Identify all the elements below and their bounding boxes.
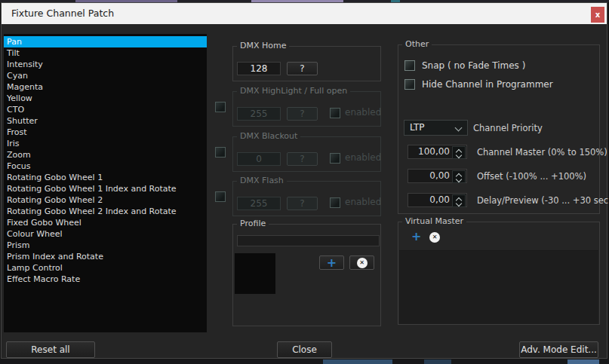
channel-list-item[interactable]: Focus bbox=[4, 161, 207, 172]
channel-list-item[interactable]: Lamp Control bbox=[4, 262, 207, 274]
dmx-highlight-group: DMX HighLight / Full open ? enabled bbox=[232, 91, 381, 127]
virtual-master-remove-button[interactable]: ✕ bbox=[429, 232, 440, 243]
dmx-home-help-button[interactable]: ? bbox=[287, 62, 318, 75]
other-group: Other Snap ( no Fade Times ) Hide Channe… bbox=[398, 44, 600, 214]
hide-channel-label: Hide Channel in Programmer bbox=[422, 79, 553, 90]
snap-label: Snap ( no Fade Times ) bbox=[422, 60, 525, 72]
dmx-blackout-enabled-checkbox[interactable] bbox=[330, 153, 340, 164]
channel-list-item[interactable]: Shutter bbox=[4, 115, 207, 127]
channel-list-item[interactable]: Pan bbox=[4, 36, 207, 47]
channel-master-label: Channel Master (0% to 150%) bbox=[477, 147, 607, 158]
dmx-highlight-value-input[interactable] bbox=[237, 107, 281, 121]
dmx-flash-group: DMX Flash ? enabled bbox=[232, 181, 381, 216]
dmx-home-value-input[interactable] bbox=[237, 62, 281, 75]
profile-group-title: Profile bbox=[237, 219, 269, 229]
channel-priority-value: LTP bbox=[410, 121, 425, 135]
delay-preview-value: 0,00 bbox=[429, 194, 450, 206]
fixture-channel-patch-dialog: Fixture Channel Patch x PanTiltIntensity… bbox=[1, 2, 607, 359]
profile-remove-button[interactable]: ✕ bbox=[349, 255, 374, 270]
dialog-titlebar[interactable]: Fixture Channel Patch x bbox=[2, 3, 607, 24]
dmx-blackout-group: DMX Blackout ? enabled bbox=[232, 136, 381, 172]
channel-list-item[interactable]: Effect Macro Rate bbox=[4, 274, 207, 285]
channel-priority-select[interactable]: LTP bbox=[404, 120, 468, 136]
background-window-fragment bbox=[323, 359, 392, 364]
dmx-blackout-use-checkbox[interactable] bbox=[215, 147, 226, 158]
background-window-fragment bbox=[567, 359, 599, 364]
background-window-fragment bbox=[424, 359, 451, 364]
channel-list-item[interactable]: Rotating Gobo Wheel 1 Index and Rotate bbox=[4, 183, 207, 194]
dmx-blackout-help-button[interactable]: ? bbox=[287, 152, 318, 166]
channel-list-item[interactable]: Intensity bbox=[4, 59, 207, 70]
other-group-title: Other bbox=[402, 39, 432, 50]
dmx-flash-help-button[interactable]: ? bbox=[287, 197, 318, 210]
virtual-master-group-title: Virtual Master bbox=[402, 216, 466, 227]
channel-list-item[interactable]: Cyan bbox=[4, 70, 207, 81]
adv-mode-edit-button[interactable]: Adv. Mode Edit... bbox=[519, 341, 598, 358]
channel-list-item[interactable]: Iris bbox=[4, 138, 207, 149]
delay-preview-stepper[interactable] bbox=[452, 194, 466, 207]
channel-list-item[interactable]: Prism Index and Rotate bbox=[4, 251, 207, 262]
channel-list-item[interactable]: Magenta bbox=[4, 81, 207, 93]
profile-group: Profile + ✕ bbox=[232, 224, 381, 326]
virtual-master-add-button[interactable]: + bbox=[411, 231, 421, 243]
dmx-flash-value-input[interactable] bbox=[237, 197, 281, 210]
dmx-highlight-help-button[interactable]: ? bbox=[287, 107, 318, 121]
channel-list-item[interactable]: Colour Wheel bbox=[4, 228, 207, 240]
dmx-highlight-enabled-checkbox[interactable] bbox=[330, 108, 340, 118]
delay-preview-label: Delay/Preview (-30 ... +30 sec) bbox=[477, 195, 609, 206]
reset-all-button[interactable]: Reset all bbox=[6, 341, 95, 358]
channel-list-item[interactable]: CTO bbox=[4, 104, 207, 115]
dmx-blackout-value-input[interactable] bbox=[237, 152, 281, 166]
dmx-highlight-use-checkbox[interactable] bbox=[215, 102, 226, 112]
screen: Fixture Channel Patch x PanTiltIntensity… bbox=[0, 0, 609, 364]
profile-name-input[interactable] bbox=[237, 235, 380, 246]
dmx-home-group: DMX Home ? bbox=[232, 46, 381, 81]
dmx-flash-enabled-checkbox[interactable] bbox=[330, 197, 340, 208]
channel-list-item[interactable]: Rotating Gobo Wheel 2 Index and Rotate bbox=[4, 206, 207, 217]
dmx-flash-use-checkbox[interactable] bbox=[215, 191, 226, 202]
dialog-title: Fixture Channel Patch bbox=[11, 3, 114, 24]
dmx-blackout-group-title: DMX Blackout bbox=[237, 131, 300, 142]
delay-preview-field[interactable]: 0,00 bbox=[408, 193, 467, 207]
channel-list-item[interactable]: Rotating Gobo Wheel 2 bbox=[4, 194, 207, 206]
virtual-master-list[interactable] bbox=[399, 250, 598, 324]
dmx-highlight-group-title: DMX HighLight / Full open bbox=[237, 86, 350, 96]
remove-circle-icon: ✕ bbox=[357, 258, 368, 268]
channel-master-stepper[interactable] bbox=[452, 146, 466, 159]
channel-list-item[interactable]: Rotating Gobo Wheel 1 bbox=[4, 172, 207, 183]
close-dialog-button[interactable]: Close bbox=[277, 341, 332, 358]
offset-stepper[interactable] bbox=[452, 170, 466, 183]
dmx-highlight-enabled-label: enabled bbox=[345, 107, 381, 118]
virtual-master-group: Virtual Master + ✕ bbox=[398, 222, 600, 325]
channel-list-item[interactable]: Fixed Gobo Wheel bbox=[4, 217, 207, 228]
dmx-home-group-title: DMX Home bbox=[237, 41, 289, 51]
profile-add-button[interactable]: + bbox=[319, 255, 344, 270]
offset-field[interactable]: 0,00 bbox=[408, 169, 467, 183]
channel-master-value: 100,00 bbox=[418, 145, 450, 158]
dmx-blackout-enabled-label: enabled bbox=[345, 152, 381, 164]
offset-label: Offset (-100% ... +100%) bbox=[477, 171, 586, 182]
background-app-bottom-sliver bbox=[0, 359, 609, 364]
hide-channel-checkbox[interactable] bbox=[404, 79, 415, 90]
channel-list-item[interactable]: Tilt bbox=[4, 47, 207, 59]
close-button[interactable]: x bbox=[591, 7, 604, 23]
channel-list: PanTiltIntensityCyanMagentaYellowCTOShut… bbox=[4, 34, 207, 332]
plus-icon: + bbox=[327, 257, 337, 269]
offset-value: 0,00 bbox=[429, 170, 450, 182]
profile-preview-swatch bbox=[235, 253, 275, 294]
channel-list-item[interactable]: Zoom bbox=[4, 149, 207, 161]
channel-list-item[interactable]: Frost bbox=[4, 127, 207, 138]
dmx-flash-group-title: DMX Flash bbox=[237, 176, 287, 186]
dmx-flash-enabled-label: enabled bbox=[345, 197, 381, 208]
snap-checkbox[interactable] bbox=[404, 60, 415, 71]
channel-list-item[interactable]: Prism bbox=[4, 240, 207, 251]
channel-priority-label: Channel Priority bbox=[473, 123, 543, 133]
channel-master-field[interactable]: 100,00 bbox=[408, 145, 467, 159]
chevron-down-icon bbox=[455, 124, 463, 132]
channel-list-item[interactable]: Yellow bbox=[4, 93, 207, 104]
close-icon: x bbox=[595, 11, 600, 19]
